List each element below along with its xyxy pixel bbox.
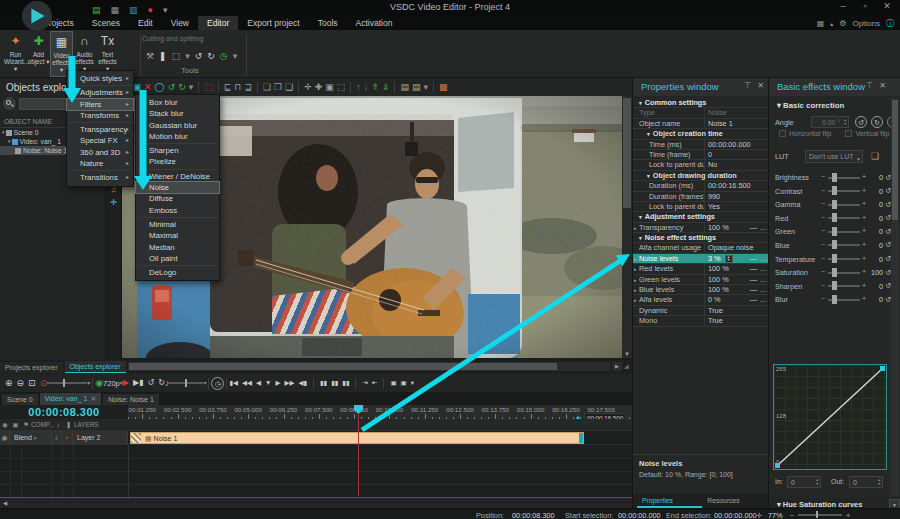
- slider-green[interactable]: Green−+0↺: [769, 224, 891, 238]
- close-panel-icon[interactable]: ✕: [757, 81, 764, 90]
- lock-column-icon[interactable]: ▣: [10, 421, 21, 428]
- slider-blue[interactable]: Blue−+0↺: [769, 238, 891, 252]
- layer-up-icon[interactable]: ↑: [356, 80, 361, 94]
- menu-item-noise[interactable]: Noise: [136, 182, 219, 193]
- rewind-icon[interactable]: ◀◀: [242, 376, 252, 390]
- selection-frame-icon[interactable]: ⬚: [204, 80, 213, 94]
- layer-down-icon[interactable]: ↓: [364, 80, 369, 94]
- menu-item-transparency[interactable]: Transparency▸: [67, 124, 133, 135]
- volume-slider[interactable]: [169, 382, 203, 384]
- align-top-icon[interactable]: ❏: [263, 80, 271, 94]
- menu-item-wiener-denoise[interactable]: Wiener / DeNoise: [136, 171, 219, 182]
- zoom-out-icon[interactable]: ⊖: [17, 376, 25, 390]
- menu-item-quick-styles[interactable]: Quick styles▸: [67, 73, 133, 84]
- curve-point-end[interactable]: [880, 366, 885, 371]
- rotate-ccw-icon[interactable]: ↺: [855, 116, 867, 128]
- horizontal-flip-checkbox[interactable]: Horizontal flip: [779, 130, 831, 137]
- speed-icon[interactable]: ◷: [220, 49, 228, 63]
- run-wizard-button[interactable]: ✦Run Wizard... ▾: [4, 31, 27, 77]
- info-icon[interactable]: ⓘ: [886, 18, 894, 29]
- fit-screen-icon[interactable]: ⬚: [337, 80, 346, 94]
- loop-icon[interactable]: ↺: [147, 376, 154, 390]
- close-panel-icon[interactable]: ✕: [879, 81, 886, 90]
- align-middle-icon[interactable]: ❐: [274, 80, 282, 94]
- crop-icon[interactable]: ⬚: [172, 49, 181, 63]
- group-icon[interactable]: ▩: [439, 80, 448, 94]
- add-object-button[interactable]: ✚Add object ▾: [27, 31, 50, 77]
- preview-vertical-scrollbar[interactable]: ▼: [622, 96, 632, 358]
- lut-dropdown[interactable]: Don't use LUT▼: [805, 150, 863, 163]
- align-right-icon[interactable]: ⊒: [244, 80, 252, 94]
- menu-tools[interactable]: Tools: [309, 16, 347, 30]
- refresh-icon[interactable]: ↻: [158, 376, 165, 390]
- gear-icon[interactable]: ⚙: [839, 19, 846, 28]
- menu-item-diffuse[interactable]: Diffuse: [136, 193, 219, 204]
- minimize-button[interactable]: –: [832, 1, 854, 11]
- angle-input[interactable]: 0.00 °▲▼: [811, 116, 849, 128]
- collapse-ribbon-icon[interactable]: ▴: [830, 20, 833, 27]
- menu-item-filters[interactable]: Filters▸: [67, 99, 133, 110]
- section-object-creation-time[interactable]: ▾Object creation time: [633, 129, 769, 139]
- preview-horizontal-scrollbar[interactable]: [128, 362, 610, 371]
- scroll-right-icon[interactable]: ▶: [612, 362, 622, 371]
- menu-scenes[interactable]: Scenes: [83, 16, 129, 30]
- menu-item-emboss[interactable]: Emboss: [136, 205, 219, 216]
- ellipse-tool-icon[interactable]: ◯: [155, 80, 165, 94]
- menu-item-stack-blur[interactable]: Stack blur: [136, 108, 219, 119]
- resize-grip-icon[interactable]: ◢: [624, 362, 632, 371]
- timeline-bottom-scrollbar[interactable]: ◀: [0, 497, 632, 508]
- menu-item-transforms[interactable]: Transforms▸: [67, 110, 133, 121]
- pause-start-icon[interactable]: ▮▮: [320, 376, 327, 390]
- scene-tab-scene-0[interactable]: Scene 0: [2, 394, 38, 405]
- scene-tab-noise-noise-1[interactable]: Noise: Noise 1: [103, 394, 159, 405]
- fast-forward-icon[interactable]: ▶▶: [284, 376, 294, 390]
- section-common-settings[interactable]: ▾Common settings: [633, 98, 769, 108]
- preview-quality-icon[interactable]: ◉: [95, 376, 103, 390]
- pause-mid-icon[interactable]: ▮▮: [331, 376, 338, 390]
- property-object-name[interactable]: Object nameNoise 1: [633, 119, 769, 129]
- in-input[interactable]: 0▲▼: [787, 476, 821, 488]
- tab-objects-explorer[interactable]: Objects explorer: [65, 361, 126, 373]
- zoom-out-icon[interactable]: −: [790, 511, 794, 519]
- curve-point-start[interactable]: [775, 463, 780, 468]
- split-icon[interactable]: ❚: [159, 49, 167, 63]
- play-icon[interactable]: ▶: [275, 376, 280, 390]
- property-green-levels[interactable]: ▸Green levels100 %—…: [633, 275, 769, 285]
- slider-contrast[interactable]: Contrast−+0↺: [769, 184, 891, 198]
- section-noise-effect-settings[interactable]: ▾Noise effect settings: [633, 233, 769, 243]
- menu-item-sharpen[interactable]: Sharpen: [136, 145, 219, 156]
- align-bottom-icon[interactable]: ❑: [285, 80, 293, 94]
- marker-icon[interactable]: ▣: [390, 376, 396, 390]
- menu-item-360-and-3d[interactable]: 360 and 3D▸: [67, 147, 133, 158]
- slider-red[interactable]: Red−+0↺: [769, 211, 891, 225]
- property-duration-frames-[interactable]: Duration (frames)990: [633, 192, 769, 202]
- flag-column-icon[interactable]: ⚑: [21, 421, 31, 428]
- quickbar-menu-icon[interactable]: ▾: [163, 3, 168, 17]
- folder-icon[interactable]: ❏: [871, 151, 879, 161]
- rotate-cw-icon[interactable]: ↻: [207, 49, 215, 63]
- menu-item-box-blur[interactable]: Box blur: [136, 97, 219, 108]
- property-time-frame-[interactable]: Time (frame)0: [633, 150, 769, 160]
- pin-icon[interactable]: ⊤: [744, 81, 751, 90]
- out-input[interactable]: 0▲▼: [849, 476, 883, 488]
- timeline-clip[interactable]: ▦ Noise 1: [130, 432, 584, 444]
- slider-blur[interactable]: Blur−+0↺: [769, 292, 891, 306]
- layer-top-icon[interactable]: ⇑: [371, 80, 379, 94]
- basic-correction-section[interactable]: ▾ Basic correction: [769, 98, 891, 112]
- property-type[interactable]: TypeNoise: [633, 108, 769, 118]
- paste-menu-icon[interactable]: ▾: [423, 80, 428, 94]
- tab-resources-window[interactable]: Resources window: [702, 494, 769, 508]
- go-end-icon[interactable]: ◀▮: [298, 376, 307, 390]
- redo-icon[interactable]: ↻: [178, 80, 186, 94]
- pause-end-icon[interactable]: ▮▮: [342, 376, 349, 390]
- align-center-icon[interactable]: ⊓: [234, 80, 241, 94]
- go-start-icon[interactable]: ▮◀: [229, 376, 238, 390]
- vertical-flip-checkbox[interactable]: Vertical flip: [845, 130, 889, 137]
- next-scene-icon[interactable]: ▶▮: [133, 376, 144, 390]
- menu-item-pixelize[interactable]: Pixelize: [136, 156, 219, 167]
- search-icon[interactable]: [3, 97, 16, 110]
- clip-end-handle[interactable]: [579, 433, 583, 443]
- marker-column-icon[interactable]: ❚: [63, 421, 74, 428]
- menu-view[interactable]: View: [162, 16, 198, 30]
- close-tab-icon[interactable]: ✕: [90, 395, 96, 402]
